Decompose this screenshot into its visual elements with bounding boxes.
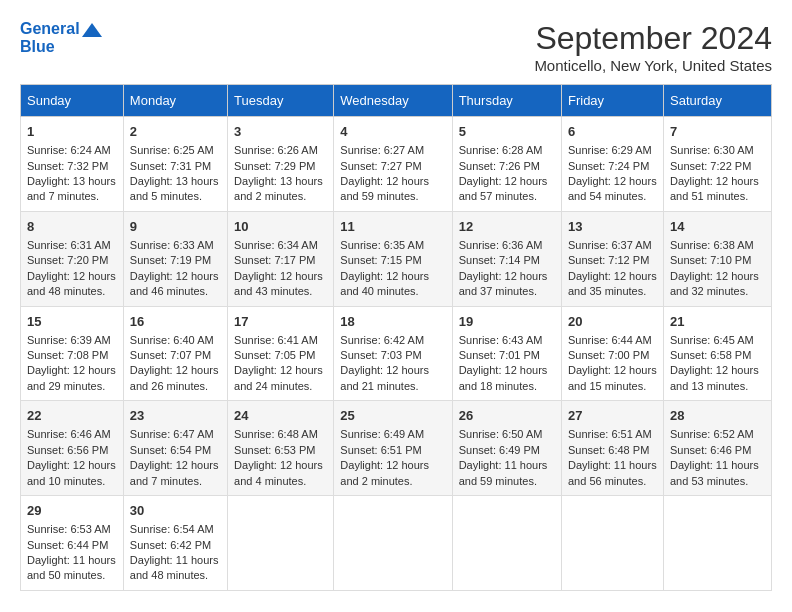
calendar-cell: 7 Sunrise: 6:30 AM Sunset: 7:22 PM Dayli…: [664, 117, 772, 212]
day-number: 17: [234, 313, 327, 331]
header-thursday: Thursday: [452, 85, 561, 117]
calendar-cell: 13 Sunrise: 6:37 AM Sunset: 7:12 PM Dayl…: [561, 211, 663, 306]
daylight-label: Daylight: 12 hours and 26 minutes.: [130, 364, 219, 391]
daylight-label: Daylight: 12 hours and 2 minutes.: [340, 459, 429, 486]
daylight-label: Daylight: 12 hours and 4 minutes.: [234, 459, 323, 486]
sunset-label: Sunset: 6:53 PM: [234, 444, 315, 456]
day-number: 10: [234, 218, 327, 236]
day-number: 21: [670, 313, 765, 331]
calendar-cell: 27 Sunrise: 6:51 AM Sunset: 6:48 PM Dayl…: [561, 401, 663, 496]
sunrise-label: Sunrise: 6:41 AM: [234, 334, 318, 346]
svg-marker-3: [82, 23, 102, 37]
daylight-label: Daylight: 12 hours and 13 minutes.: [670, 364, 759, 391]
calendar-cell: [334, 496, 452, 591]
calendar-cell: 26 Sunrise: 6:50 AM Sunset: 6:49 PM Dayl…: [452, 401, 561, 496]
day-number: 23: [130, 407, 221, 425]
sunrise-label: Sunrise: 6:49 AM: [340, 428, 424, 440]
daylight-label: Daylight: 11 hours and 53 minutes.: [670, 459, 759, 486]
calendar-cell: 20 Sunrise: 6:44 AM Sunset: 7:00 PM Dayl…: [561, 306, 663, 401]
sunset-label: Sunset: 7:05 PM: [234, 349, 315, 361]
sunset-label: Sunset: 7:27 PM: [340, 160, 421, 172]
calendar-table: Sunday Monday Tuesday Wednesday Thursday…: [20, 84, 772, 591]
sunrise-label: Sunrise: 6:36 AM: [459, 239, 543, 251]
sunrise-label: Sunrise: 6:46 AM: [27, 428, 111, 440]
day-number: 4: [340, 123, 445, 141]
day-number: 13: [568, 218, 657, 236]
calendar-title: September 2024: [534, 20, 772, 57]
calendar-cell: 14 Sunrise: 6:38 AM Sunset: 7:10 PM Dayl…: [664, 211, 772, 306]
calendar-cell: 8 Sunrise: 6:31 AM Sunset: 7:20 PM Dayli…: [21, 211, 124, 306]
sunrise-label: Sunrise: 6:35 AM: [340, 239, 424, 251]
sunrise-label: Sunrise: 6:45 AM: [670, 334, 754, 346]
sunrise-label: Sunrise: 6:38 AM: [670, 239, 754, 251]
sunrise-label: Sunrise: 6:42 AM: [340, 334, 424, 346]
day-number: 26: [459, 407, 555, 425]
daylight-label: Daylight: 12 hours and 59 minutes.: [340, 175, 429, 202]
daylight-label: Daylight: 13 hours and 7 minutes.: [27, 175, 116, 202]
calendar-cell: 24 Sunrise: 6:48 AM Sunset: 6:53 PM Dayl…: [228, 401, 334, 496]
calendar-cell: 11 Sunrise: 6:35 AM Sunset: 7:15 PM Dayl…: [334, 211, 452, 306]
sunset-label: Sunset: 7:01 PM: [459, 349, 540, 361]
calendar-cell: 30 Sunrise: 6:54 AM Sunset: 6:42 PM Dayl…: [123, 496, 227, 591]
sunset-label: Sunset: 6:42 PM: [130, 539, 211, 551]
day-number: 25: [340, 407, 445, 425]
header-wednesday: Wednesday: [334, 85, 452, 117]
calendar-cell: 15 Sunrise: 6:39 AM Sunset: 7:08 PM Dayl…: [21, 306, 124, 401]
day-number: 2: [130, 123, 221, 141]
sunrise-label: Sunrise: 6:28 AM: [459, 144, 543, 156]
header-tuesday: Tuesday: [228, 85, 334, 117]
sunrise-label: Sunrise: 6:44 AM: [568, 334, 652, 346]
calendar-cell: 5 Sunrise: 6:28 AM Sunset: 7:26 PM Dayli…: [452, 117, 561, 212]
calendar-cell: 18 Sunrise: 6:42 AM Sunset: 7:03 PM Dayl…: [334, 306, 452, 401]
calendar-cell: 25 Sunrise: 6:49 AM Sunset: 6:51 PM Dayl…: [334, 401, 452, 496]
sunrise-label: Sunrise: 6:47 AM: [130, 428, 214, 440]
calendar-cell: 19 Sunrise: 6:43 AM Sunset: 7:01 PM Dayl…: [452, 306, 561, 401]
sunset-label: Sunset: 7:24 PM: [568, 160, 649, 172]
daylight-label: Daylight: 12 hours and 29 minutes.: [27, 364, 116, 391]
day-number: 22: [27, 407, 117, 425]
daylight-label: Daylight: 13 hours and 5 minutes.: [130, 175, 219, 202]
day-number: 28: [670, 407, 765, 425]
calendar-cell: [561, 496, 663, 591]
sunset-label: Sunset: 7:31 PM: [130, 160, 211, 172]
sunrise-label: Sunrise: 6:40 AM: [130, 334, 214, 346]
calendar-subtitle: Monticello, New York, United States: [534, 57, 772, 74]
daylight-label: Daylight: 12 hours and 32 minutes.: [670, 270, 759, 297]
calendar-cell: 23 Sunrise: 6:47 AM Sunset: 6:54 PM Dayl…: [123, 401, 227, 496]
sunrise-label: Sunrise: 6:33 AM: [130, 239, 214, 251]
daylight-label: Daylight: 12 hours and 57 minutes.: [459, 175, 548, 202]
calendar-cell: 17 Sunrise: 6:41 AM Sunset: 7:05 PM Dayl…: [228, 306, 334, 401]
day-number: 11: [340, 218, 445, 236]
day-number: 30: [130, 502, 221, 520]
sunset-label: Sunset: 7:15 PM: [340, 254, 421, 266]
sunset-label: Sunset: 7:14 PM: [459, 254, 540, 266]
daylight-label: Daylight: 11 hours and 56 minutes.: [568, 459, 657, 486]
day-number: 14: [670, 218, 765, 236]
sunset-label: Sunset: 7:29 PM: [234, 160, 315, 172]
sunrise-label: Sunrise: 6:51 AM: [568, 428, 652, 440]
calendar-cell: 6 Sunrise: 6:29 AM Sunset: 7:24 PM Dayli…: [561, 117, 663, 212]
daylight-label: Daylight: 12 hours and 46 minutes.: [130, 270, 219, 297]
logo: General Blue GeneralBlue: [20, 20, 102, 55]
day-number: 24: [234, 407, 327, 425]
daylight-label: Daylight: 11 hours and 50 minutes.: [27, 554, 116, 581]
daylight-label: Daylight: 12 hours and 10 minutes.: [27, 459, 116, 486]
sunset-label: Sunset: 7:17 PM: [234, 254, 315, 266]
calendar-cell: 29 Sunrise: 6:53 AM Sunset: 6:44 PM Dayl…: [21, 496, 124, 591]
day-number: 5: [459, 123, 555, 141]
calendar-cell: 16 Sunrise: 6:40 AM Sunset: 7:07 PM Dayl…: [123, 306, 227, 401]
calendar-cell: 10 Sunrise: 6:34 AM Sunset: 7:17 PM Dayl…: [228, 211, 334, 306]
day-number: 16: [130, 313, 221, 331]
calendar-week-row: 29 Sunrise: 6:53 AM Sunset: 6:44 PM Dayl…: [21, 496, 772, 591]
page-header: General Blue GeneralBlue September 2024 …: [20, 20, 772, 74]
sunrise-label: Sunrise: 6:54 AM: [130, 523, 214, 535]
calendar-header-row: Sunday Monday Tuesday Wednesday Thursday…: [21, 85, 772, 117]
sunset-label: Sunset: 7:22 PM: [670, 160, 751, 172]
sunrise-label: Sunrise: 6:48 AM: [234, 428, 318, 440]
sunset-label: Sunset: 6:58 PM: [670, 349, 751, 361]
day-number: 29: [27, 502, 117, 520]
sunset-label: Sunset: 7:32 PM: [27, 160, 108, 172]
sunrise-label: Sunrise: 6:34 AM: [234, 239, 318, 251]
header-saturday: Saturday: [664, 85, 772, 117]
sunset-label: Sunset: 7:12 PM: [568, 254, 649, 266]
